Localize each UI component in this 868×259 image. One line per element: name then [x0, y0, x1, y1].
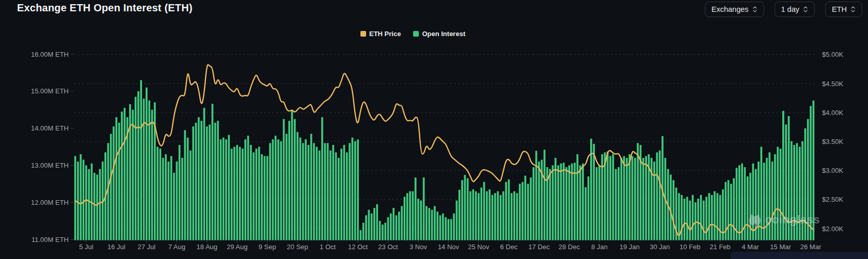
oi-bar[interactable]: [396, 215, 398, 240]
oi-bar[interactable]: [179, 145, 181, 240]
oi-bar[interactable]: [212, 104, 214, 240]
oi-bar[interactable]: [308, 145, 310, 240]
oi-bar[interactable]: [799, 147, 801, 241]
oi-bar[interactable]: [190, 151, 192, 240]
oi-bar[interactable]: [716, 193, 718, 240]
oi-bar[interactable]: [483, 182, 485, 240]
oi-bar[interactable]: [266, 156, 269, 241]
oi-bar[interactable]: [598, 165, 601, 240]
oi-bar[interactable]: [252, 152, 255, 240]
oi-bar[interactable]: [486, 191, 488, 240]
oi-bar[interactable]: [228, 135, 230, 241]
oi-bar[interactable]: [346, 152, 348, 240]
oi-bar[interactable]: [585, 187, 587, 240]
oi-bar[interactable]: [752, 164, 754, 240]
oi-bar[interactable]: [291, 110, 293, 240]
oi-bar[interactable]: [505, 182, 507, 240]
oi-bar[interactable]: [801, 141, 803, 240]
oi-bar[interactable]: [695, 202, 697, 240]
oi-bar[interactable]: [165, 154, 167, 240]
oi-bar[interactable]: [730, 184, 732, 240]
oi-bar[interactable]: [412, 191, 414, 240]
oi-bar[interactable]: [88, 169, 90, 240]
oi-bar[interactable]: [390, 214, 392, 240]
oi-bar[interactable]: [250, 145, 252, 240]
oi-bar[interactable]: [596, 167, 598, 240]
oi-bar[interactable]: [321, 117, 323, 240]
oi-bar[interactable]: [299, 138, 302, 240]
oi-bar[interactable]: [401, 206, 403, 240]
oi-bar[interactable]: [181, 158, 183, 240]
oi-bar[interactable]: [656, 152, 658, 240]
oi-bar[interactable]: [651, 158, 653, 240]
oi-bar[interactable]: [113, 126, 115, 240]
oi-bar[interactable]: [170, 156, 172, 241]
oi-bar[interactable]: [200, 121, 202, 240]
oi-bar[interactable]: [236, 145, 238, 240]
oi-bar[interactable]: [280, 141, 282, 240]
oi-bar[interactable]: [780, 149, 782, 240]
oi-price-chart[interactable]: 16.00M ETH15.00M ETH14.00M ETH13.00M ETH…: [0, 0, 868, 259]
oi-bar[interactable]: [563, 163, 565, 240]
oi-bar[interactable]: [286, 134, 288, 240]
oi-bar[interactable]: [508, 180, 510, 240]
oi-bar[interactable]: [645, 156, 647, 241]
oi-bar[interactable]: [376, 204, 378, 240]
oi-bar[interactable]: [719, 195, 721, 240]
oi-bar[interactable]: [615, 169, 617, 240]
oi-bar[interactable]: [703, 201, 705, 240]
oi-bar[interactable]: [148, 101, 150, 240]
oi-bar[interactable]: [472, 189, 474, 240]
oi-bar[interactable]: [371, 214, 373, 240]
oi-bar[interactable]: [294, 119, 296, 240]
oi-bar[interactable]: [305, 139, 307, 240]
oi-bar[interactable]: [793, 145, 795, 240]
oi-bar[interactable]: [296, 132, 298, 240]
oi-bar[interactable]: [552, 165, 554, 240]
oi-bar[interactable]: [532, 167, 534, 240]
oi-bar[interactable]: [74, 156, 76, 241]
oi-bar[interactable]: [137, 91, 139, 240]
oi-bar[interactable]: [500, 195, 502, 240]
oi-bar[interactable]: [244, 139, 246, 240]
oi-bar[interactable]: [442, 214, 444, 240]
oi-bar[interactable]: [749, 173, 751, 240]
oi-bar[interactable]: [469, 191, 471, 240]
oi-bar[interactable]: [771, 161, 774, 240]
oi-bar[interactable]: [609, 156, 611, 241]
oi-bar[interactable]: [428, 208, 430, 240]
oi-bar[interactable]: [612, 154, 614, 240]
oi-bar[interactable]: [362, 223, 365, 240]
oi-bar[interactable]: [176, 161, 178, 240]
oi-bar[interactable]: [343, 145, 345, 240]
oi-bar[interactable]: [535, 151, 538, 240]
oi-bar[interactable]: [579, 165, 581, 240]
oi-bar[interactable]: [269, 143, 271, 240]
oi-bar[interactable]: [206, 126, 208, 240]
oi-bar[interactable]: [513, 191, 515, 240]
oi-bar[interactable]: [223, 138, 225, 240]
oi-bar[interactable]: [198, 117, 200, 240]
oi-bar[interactable]: [467, 179, 469, 241]
oi-bar[interactable]: [365, 215, 367, 240]
oi-bar[interactable]: [384, 223, 386, 240]
oi-bar[interactable]: [80, 154, 82, 240]
oi-bar[interactable]: [85, 165, 87, 240]
oi-bar[interactable]: [123, 108, 125, 240]
oi-bar[interactable]: [217, 121, 219, 240]
oi-bar[interactable]: [593, 144, 595, 240]
oi-bar[interactable]: [557, 165, 559, 240]
oi-bar[interactable]: [335, 152, 337, 240]
oi-bar[interactable]: [354, 141, 356, 240]
oi-bar[interactable]: [711, 195, 713, 240]
oi-bar[interactable]: [329, 151, 332, 240]
oi-bar[interactable]: [272, 139, 274, 240]
oi-bar[interactable]: [256, 149, 258, 240]
oi-bar[interactable]: [628, 154, 630, 240]
oi-bar[interactable]: [352, 138, 354, 240]
oi-bar[interactable]: [634, 158, 636, 240]
oi-bar[interactable]: [607, 152, 609, 240]
oi-bar[interactable]: [214, 123, 216, 240]
oi-bar[interactable]: [574, 163, 576, 240]
oi-bar[interactable]: [338, 158, 340, 240]
